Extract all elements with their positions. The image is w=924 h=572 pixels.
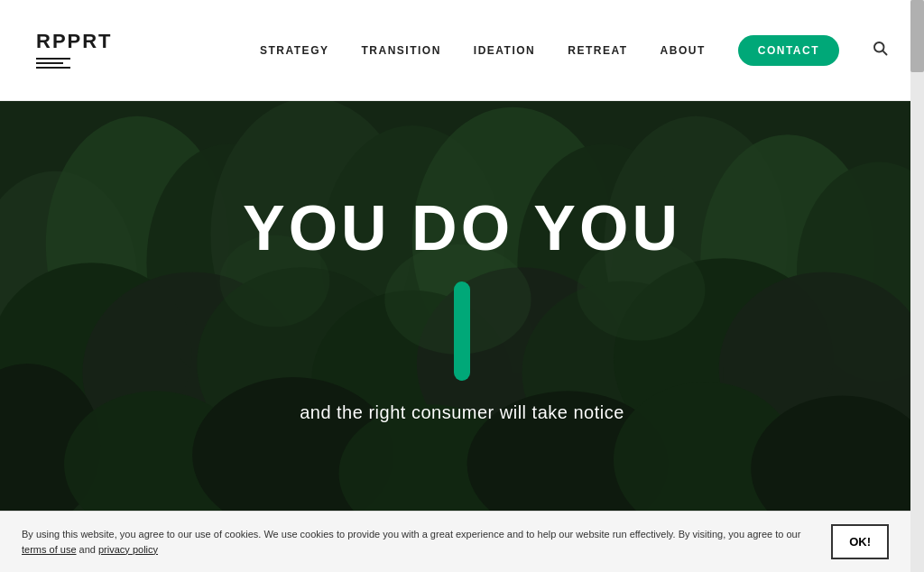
hero-title: YOU DO YOU <box>243 197 681 260</box>
nav-transition[interactable]: TRANSITION <box>361 44 440 57</box>
cookie-text: By using this website, you agree to our … <box>22 527 831 557</box>
scrollbar[interactable] <box>910 0 924 572</box>
main-nav: STRATEGY TRANSITION IDEATION RETREAT ABO… <box>260 35 888 66</box>
hero-content: YOU DO YOU and the right consumer will t… <box>243 197 681 423</box>
terms-of-use-link[interactable]: terms of use <box>22 544 77 555</box>
nav-strategy[interactable]: STRATEGY <box>260 44 328 57</box>
hero-subtitle: and the right consumer will take notice <box>300 402 624 423</box>
svg-line-1 <box>882 51 886 54</box>
logo-line-1 <box>36 58 70 60</box>
privacy-policy-link[interactable]: privacy policy <box>98 544 158 555</box>
logo-line-3 <box>36 67 70 69</box>
logo[interactable]: RPPRT <box>36 32 113 69</box>
cookie-ok-button[interactable]: OK! <box>831 524 889 559</box>
logo-text: RPPRT <box>36 32 113 51</box>
contact-button[interactable]: CONTACT <box>738 35 839 66</box>
logo-lines <box>36 58 113 69</box>
nav-ideation[interactable]: IDEATION <box>474 44 535 57</box>
header: RPPRT STRATEGY TRANSITION IDEATION RETRE… <box>0 0 924 101</box>
cookie-banner: By using this website, you agree to our … <box>0 511 910 572</box>
nav-retreat[interactable]: RETREAT <box>568 44 627 57</box>
scrollbar-thumb[interactable] <box>910 0 924 72</box>
nav-about[interactable]: ABOUT <box>661 44 706 57</box>
hero-pill-divider <box>454 281 470 381</box>
search-icon[interactable] <box>872 40 888 60</box>
logo-line-2 <box>36 62 63 64</box>
hero-section: YOU DO YOU and the right consumer will t… <box>0 101 924 518</box>
